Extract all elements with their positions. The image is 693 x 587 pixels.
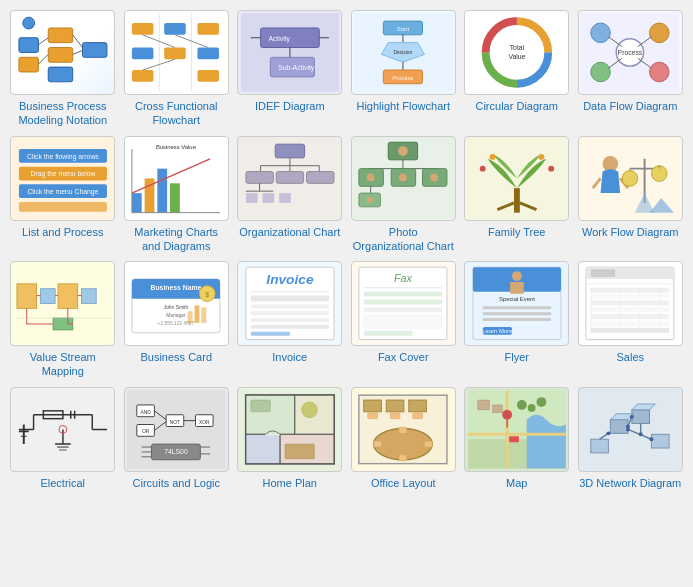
item-mc[interactable]: Business Value Marketing Chartsand Diagr… [124,136,230,254]
svg-point-90 [398,146,408,156]
svg-rect-141 [202,308,207,324]
svg-rect-236 [409,400,427,412]
svg-rect-250 [492,405,502,413]
svg-rect-175 [591,288,669,293]
svg-rect-64 [19,202,107,212]
svg-text:XOR: XOR [199,419,210,424]
thumb-sal [578,261,683,346]
svg-text:$: $ [205,290,210,299]
svg-rect-82 [306,171,333,183]
svg-rect-140 [195,306,200,324]
svg-rect-160 [364,331,413,336]
label-poc: PhotoOrganizational Chart [353,225,454,254]
svg-point-230 [301,402,317,418]
svg-rect-159 [364,315,442,329]
svg-point-272 [626,427,630,431]
svg-rect-87 [279,193,291,203]
item-fax[interactable]: Fax Fax Cover [351,261,457,379]
label-df: Data Flow Diagram [583,99,677,113]
label-wf: Work Flow Diagram [582,225,678,239]
svg-rect-184 [591,321,669,326]
svg-point-116 [622,170,638,186]
label-inv: Invoice [272,350,307,364]
svg-point-255 [502,410,512,420]
svg-text:Business Value: Business Value [156,144,196,150]
item-ft[interactable]: Family Tree [464,136,570,254]
diagram-grid: Business ProcessModeling Notation Cross [10,10,683,490]
svg-text:Special Event: Special Event [499,297,535,303]
label-cl: Circuits and Logic [133,476,220,490]
item-inv[interactable]: Invoice Invoice [237,261,343,379]
item-el[interactable]: Electrical [10,387,116,490]
item-bp[interactable]: Business ProcessModeling Notation [10,10,116,128]
item-idef[interactable]: Activity Sub-Activity IDEF Diagram [237,10,343,128]
item-fly[interactable]: Special Event Learn More Flyer [464,261,570,379]
svg-point-252 [528,404,536,412]
item-cf[interactable]: Cross FunctionalFlowchart [124,10,230,128]
svg-rect-166 [483,307,551,310]
svg-point-104 [489,154,495,160]
svg-rect-16 [198,23,220,35]
svg-text:Click the flowing arrows: Click the flowing arrows [27,153,99,161]
svg-text:John Smith: John Smith [164,306,189,311]
label-3d: 3D Network Diagram [579,476,681,490]
item-vs[interactable]: Value StreamMapping [10,261,116,379]
item-3d[interactable]: 3D Network Diagram [578,387,684,490]
svg-rect-139 [188,312,193,324]
thumb-fly: Special Event Learn More [464,261,569,346]
svg-rect-151 [251,325,329,329]
svg-text:Process: Process [618,49,643,56]
svg-rect-173 [591,269,615,277]
svg-text:Drag the menu below: Drag the menu below [30,170,95,178]
thumb-df: Process [578,10,683,95]
svg-rect-156 [364,292,442,297]
svg-text:74LS00: 74LS00 [164,448,188,455]
svg-line-7 [38,54,48,64]
item-df[interactable]: Process Data Flow Diagram [578,10,684,128]
thumb-poc [351,136,456,221]
svg-line-8 [73,35,83,48]
item-bc[interactable]: Business Name John Smith Manager +1 555 … [124,261,230,379]
label-idef: IDEF Diagram [255,99,325,113]
thumb-hl: Start Decision Process [351,10,456,95]
svg-rect-150 [251,318,329,322]
svg-rect-2 [48,28,72,43]
item-sal[interactable]: Sales [578,261,684,379]
svg-rect-242 [425,441,433,447]
thumb-idef: Activity Sub-Activity [237,10,342,95]
item-hp[interactable]: Home Plan [237,387,343,490]
svg-rect-85 [246,193,258,203]
item-lp[interactable]: Click the flowing arrows Drag the menu b… [10,136,116,254]
svg-rect-147 [251,296,329,302]
svg-point-163 [512,271,522,281]
svg-point-96 [399,173,407,181]
svg-text:AND: AND [141,410,152,415]
item-hl[interactable]: Start Decision Process Highlight Flowcha… [351,10,457,128]
item-wf[interactable]: Work Flow Diagram [578,136,684,254]
label-sal: Sales [616,350,644,364]
item-circ[interactable]: Total Value Circular Diagram [464,10,570,128]
item-poc[interactable]: PhotoOrganizational Chart [351,136,457,254]
svg-rect-157 [364,300,442,305]
label-bc: Business Card [140,350,212,364]
svg-point-94 [367,173,375,181]
svg-rect-180 [591,294,669,299]
item-ol[interactable]: Office Layout [351,387,457,490]
svg-rect-241 [374,441,382,447]
thumb-ft [464,136,569,221]
svg-text:Total: Total [510,45,525,52]
item-map[interactable]: Map [464,387,570,490]
item-cl[interactable]: AND OR NOT XOR 74LS00 Circ [124,387,230,490]
svg-rect-4 [48,67,72,82]
svg-rect-0 [19,38,39,53]
svg-rect-3 [48,48,72,63]
label-oc: Organizational Chart [239,225,340,239]
svg-rect-123 [17,284,37,308]
label-hl: Highlight Flowchart [356,99,450,113]
svg-rect-164 [510,282,524,294]
svg-rect-243 [399,427,407,433]
item-oc[interactable]: Organizational Chart [237,136,343,254]
svg-rect-67 [158,168,168,212]
svg-rect-148 [251,305,329,309]
svg-line-6 [38,38,48,45]
